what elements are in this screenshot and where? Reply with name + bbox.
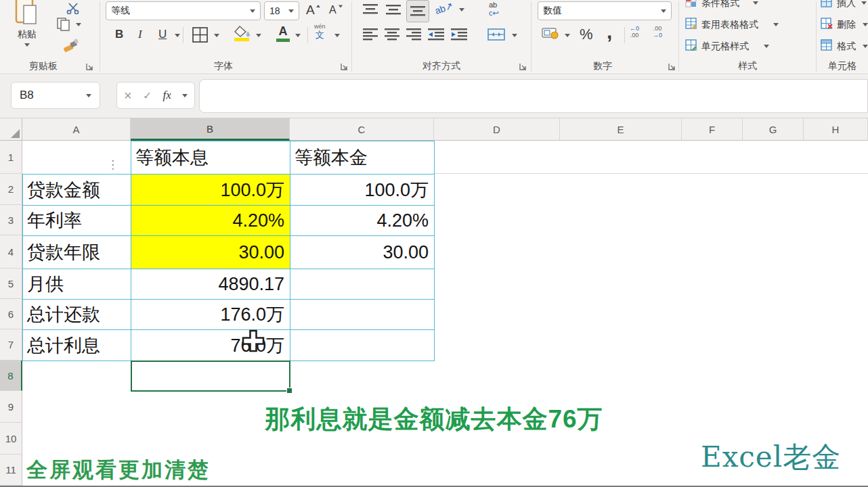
- cell-styles-caret[interactable]: [764, 45, 769, 48]
- cell-c6[interactable]: [290, 299, 435, 330]
- align-center-icon[interactable]: [385, 28, 399, 41]
- increase-indent-icon[interactable]: [451, 28, 467, 41]
- align-left-icon[interactable]: [363, 28, 378, 41]
- column-header-g[interactable]: G: [743, 118, 804, 141]
- number-format-combo[interactable]: 数值: [538, 1, 672, 20]
- format-cells-button[interactable]: 格式: [837, 41, 856, 53]
- cell-b4[interactable]: 30.00: [131, 235, 290, 269]
- italic-button[interactable]: I: [138, 28, 142, 40]
- phonetic-guide-button[interactable]: wén 文: [314, 24, 326, 40]
- cell-a5[interactable]: 月供: [22, 269, 131, 300]
- insert-cells-button[interactable]: 插入: [837, 0, 856, 9]
- column-header-c[interactable]: C: [290, 118, 434, 141]
- cell-b6[interactable]: 176.0万: [131, 299, 290, 330]
- paste-dropdown-caret[interactable]: [24, 43, 30, 47]
- row-header-1[interactable]: 1: [0, 141, 22, 174]
- align-bottom-button-selected[interactable]: [406, 0, 429, 22]
- cell-c2[interactable]: 100.0万: [290, 174, 435, 206]
- insert-cells-icon[interactable]: [821, 0, 832, 7]
- fx-icon[interactable]: fx: [163, 89, 171, 102]
- cut-icon[interactable]: [66, 3, 80, 14]
- alignment-dialog-launcher-icon[interactable]: [519, 62, 527, 71]
- selected-cell-b8[interactable]: [131, 361, 290, 392]
- cell-c7[interactable]: [290, 329, 435, 361]
- format-as-table-button[interactable]: 套用表格格式: [701, 19, 758, 31]
- cell-b7[interactable]: 76.0万: [131, 329, 290, 361]
- cell-a4[interactable]: 贷款年限: [22, 235, 131, 269]
- row-header-11[interactable]: 11: [0, 455, 22, 486]
- cell-styles-icon[interactable]: [685, 39, 697, 51]
- column-header-d[interactable]: D: [434, 118, 560, 141]
- conditional-formatting-button[interactable]: 条件格式: [701, 0, 739, 9]
- row-header-8-selected[interactable]: 8: [0, 361, 22, 391]
- fill-color-dropdown-caret[interactable]: [256, 34, 261, 37]
- copy-dropdown-caret[interactable]: [76, 23, 81, 26]
- font-color-button[interactable]: A: [276, 24, 290, 42]
- dots-separator-icon[interactable]: ⋮: [107, 158, 118, 172]
- align-top-icon[interactable]: [363, 4, 378, 16]
- format-as-table-caret[interactable]: [773, 23, 779, 26]
- cell-c3[interactable]: 4.20%: [290, 205, 435, 236]
- cell-styles-button[interactable]: 单元格样式: [701, 41, 749, 53]
- cell-b2[interactable]: 100.0万: [131, 174, 290, 206]
- formula-input[interactable]: [199, 79, 868, 113]
- decrease-indent-icon[interactable]: [428, 28, 444, 41]
- cell-a7[interactable]: 总计利息: [22, 329, 131, 361]
- clipboard-dialog-launcher-icon[interactable]: [85, 62, 94, 71]
- paste-icon[interactable]: [15, 0, 38, 26]
- row-header-6[interactable]: 6: [0, 299, 22, 329]
- borders-icon[interactable]: [192, 27, 208, 43]
- underline-dropdown-caret[interactable]: [175, 34, 180, 37]
- row-header-3[interactable]: 3: [0, 205, 22, 235]
- cell-a3[interactable]: 年利率: [22, 205, 131, 236]
- delete-cells-icon[interactable]: [821, 18, 833, 29]
- bold-button[interactable]: B: [115, 28, 123, 40]
- select-all-corner[interactable]: [0, 118, 22, 141]
- borders-dropdown-caret[interactable]: [214, 34, 219, 37]
- font-size-combo[interactable]: 18: [264, 1, 299, 20]
- fill-color-icon[interactable]: [234, 26, 251, 41]
- align-middle-icon[interactable]: [386, 4, 401, 16]
- cell-c5[interactable]: [290, 269, 435, 300]
- accounting-dropdown-caret[interactable]: [565, 34, 570, 37]
- row-header-5[interactable]: 5: [0, 269, 22, 299]
- column-header-e[interactable]: E: [560, 118, 682, 141]
- format-cells-caret[interactable]: [863, 45, 868, 48]
- cancel-icon[interactable]: ×: [124, 88, 132, 103]
- format-cells-icon[interactable]: [821, 39, 832, 51]
- cell-c1[interactable]: 等额本金: [290, 141, 435, 175]
- cell-b1[interactable]: 等额本息: [131, 141, 290, 175]
- font-dialog-launcher-icon[interactable]: [340, 62, 349, 71]
- orientation-dropdown-caret[interactable]: [459, 8, 464, 11]
- phonetic-dropdown-caret[interactable]: [334, 34, 340, 37]
- cell-a2[interactable]: 贷款金额: [22, 174, 131, 206]
- paste-button[interactable]: 粘贴: [11, 28, 43, 41]
- delete-cells-button[interactable]: 删除: [837, 19, 856, 31]
- underline-button[interactable]: U: [158, 28, 167, 40]
- column-header-f[interactable]: F: [682, 118, 743, 141]
- accounting-format-icon[interactable]: [542, 27, 559, 39]
- cell-b5[interactable]: 4890.17: [131, 269, 290, 300]
- decrease-decimal-button[interactable]: .00 →0: [653, 26, 662, 39]
- cell-c4[interactable]: 30.00: [290, 235, 435, 269]
- fx-caret[interactable]: [182, 94, 188, 97]
- cell-b3[interactable]: 4.20%: [131, 205, 290, 236]
- format-as-table-icon[interactable]: [685, 18, 697, 29]
- copy-icon[interactable]: [57, 18, 70, 31]
- percent-style-button[interactable]: %: [580, 26, 593, 43]
- merge-center-icon[interactable]: [487, 28, 505, 41]
- font-color-dropdown-caret[interactable]: [295, 34, 301, 37]
- fill-handle[interactable]: [286, 388, 292, 394]
- row-header-4[interactable]: 4: [0, 235, 22, 269]
- delete-cells-caret[interactable]: [863, 23, 868, 26]
- column-header-h[interactable]: H: [804, 118, 868, 141]
- number-dialog-launcher-icon[interactable]: [668, 62, 676, 71]
- wrap-text-button[interactable]: ab c↩: [489, 1, 499, 18]
- comma-style-button[interactable]: ,: [607, 20, 612, 43]
- enter-icon[interactable]: ✓: [143, 89, 152, 102]
- align-right-icon[interactable]: [406, 28, 421, 41]
- shrink-font-button[interactable]: A: [329, 4, 343, 16]
- increase-decimal-button[interactable]: ←0 .00: [630, 26, 639, 39]
- grow-font-button[interactable]: A: [306, 3, 320, 18]
- merge-dropdown-caret[interactable]: [512, 34, 517, 37]
